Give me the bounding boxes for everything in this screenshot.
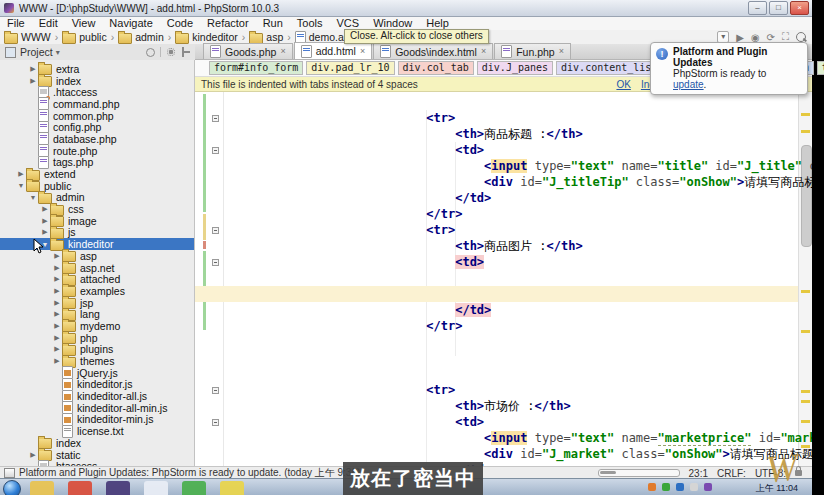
line-ending[interactable]: CRLF: [717, 468, 746, 479]
navigate-source-icon[interactable] [146, 48, 155, 57]
help-icon[interactable] [220, 481, 244, 495]
chevron-collapsed-icon[interactable]: ▶ [28, 65, 38, 73]
close-button[interactable]: × [790, 1, 809, 15]
chevron-collapsed-icon[interactable]: ▶ [16, 170, 26, 178]
tray-icon[interactable] [676, 483, 684, 491]
chevron-collapsed-icon[interactable]: ▶ [52, 310, 62, 318]
tree-item-extend[interactable]: ▶extend [0, 168, 194, 180]
app-green-icon[interactable] [182, 481, 206, 495]
tree-item-jsp[interactable]: ▶jsp [0, 297, 194, 309]
editor-doc-icon[interactable] [144, 481, 168, 495]
tag-crumb-tbody[interactable]: tbody [817, 61, 824, 75]
chevron-collapsed-icon[interactable]: ▶ [40, 205, 50, 213]
menu-refactor[interactable]: Refactor [200, 17, 256, 30]
chevron-collapsed-icon[interactable]: ▶ [52, 299, 62, 307]
tree-item-php[interactable]: ▶php [0, 332, 194, 344]
warning-stripe-mark[interactable] [801, 330, 810, 333]
tree-item-admin[interactable]: ▼admin [0, 192, 194, 204]
fold-marker-icon[interactable] [212, 227, 219, 234]
close-tab-icon[interactable]: × [280, 47, 285, 56]
tree-item-static[interactable]: ▶static [0, 449, 194, 461]
chevron-expanded-icon[interactable]: ▼ [28, 194, 38, 201]
close-tab-icon[interactable]: × [559, 47, 564, 56]
tree-item-jQuery.js[interactable]: jQuery.js [0, 367, 194, 379]
fold-marker-icon[interactable] [212, 419, 219, 426]
tree-item-asp.net[interactable]: ▶asp.net [0, 262, 194, 274]
tag-crumb-div.col_tab[interactable]: div.col_tab [398, 61, 474, 75]
tab-add.html[interactable]: add.html× [294, 42, 373, 59]
tree-item-index[interactable]: ▶index [0, 75, 194, 87]
tree-item-tags.php[interactable]: tags.php [0, 157, 194, 169]
close-tab-icon[interactable]: × [481, 47, 486, 56]
start-button[interactable] [3, 480, 21, 495]
tree-item-attached[interactable]: ▶attached [0, 273, 194, 285]
chevron-collapsed-icon[interactable]: ▶ [52, 275, 62, 283]
menu-tools[interactable]: Tools [290, 17, 330, 30]
minimize-button[interactable]: – [748, 1, 767, 15]
tree-item-extra[interactable]: ▶extra [0, 63, 194, 75]
code-area[interactable]: <tr> <th>商品标题 :</th> <td> <input type="t… [224, 94, 798, 466]
chevron-collapsed-icon[interactable]: ▶ [52, 287, 62, 295]
tray-icon[interactable] [662, 483, 670, 491]
chevron-collapsed-icon[interactable]: ▶ [52, 252, 62, 260]
tray-icon[interactable] [648, 483, 656, 491]
tree-item-js[interactable]: ▶js [0, 227, 194, 239]
menu-view[interactable]: View [65, 17, 103, 30]
maximize-button[interactable]: □ [769, 1, 788, 15]
tree-item-themes[interactable]: ▶themes [0, 355, 194, 367]
menu-edit[interactable]: Edit [32, 17, 65, 30]
warning-stripe-mark[interactable] [801, 113, 810, 116]
tree-item-lang[interactable]: ▶lang [0, 308, 194, 320]
chevron-collapsed-icon[interactable]: ▶ [40, 228, 50, 236]
tree-item-database.php[interactable]: database.php [0, 133, 194, 145]
editor[interactable]: <tr> <th>商品标题 :</th> <td> <input type="t… [195, 92, 812, 466]
project-dropdown-icon[interactable]: ▾ [56, 48, 60, 57]
menu-file[interactable]: File [0, 17, 32, 30]
restart-icon[interactable]: ⟳ [767, 32, 775, 43]
tree-item-kindeditor-all-min.js[interactable]: kindeditor-all-min.js [0, 402, 194, 414]
chevron-collapsed-icon[interactable]: ▶ [52, 345, 62, 353]
tree-item-kindeditor.js[interactable]: kindeditor.js [0, 379, 194, 391]
warning-stripe-mark[interactable] [801, 130, 810, 133]
tab-Fun.php[interactable]: Fun.php× [494, 43, 571, 59]
event-log-icon[interactable] [4, 468, 15, 478]
tray-icon[interactable] [704, 483, 712, 491]
update-link[interactable]: update [673, 79, 704, 90]
explorer-folder-icon[interactable] [30, 481, 54, 495]
menu-run[interactable]: Run [256, 17, 290, 30]
tree-item-route.php[interactable]: route.php [0, 145, 194, 157]
project-panel-header[interactable]: Project ▾ [0, 44, 195, 61]
coverage-icon[interactable]: ◉ [751, 32, 760, 43]
fold-marker-icon[interactable] [212, 147, 219, 154]
warning-stripe-mark[interactable] [801, 420, 810, 423]
tree-item-index[interactable]: index [0, 437, 194, 449]
menu-navigate[interactable]: Navigate [102, 17, 159, 30]
hide-panel-icon[interactable] [181, 47, 191, 57]
breadcrumb-admin[interactable]: admin› [118, 31, 171, 44]
update-notification[interactable]: ! Platform and Plugin Updates PhpStorm i… [650, 42, 808, 95]
caret-position[interactable]: 23:1 [689, 468, 708, 479]
chevron-collapsed-icon[interactable]: ▶ [52, 334, 62, 342]
tree-item-kindeditor[interactable]: ▼kindeditor [0, 238, 194, 250]
tree-item-command.php[interactable]: command.php [0, 98, 194, 110]
chevron-collapsed-icon[interactable]: ▶ [52, 322, 62, 330]
warning-stripe-mark[interactable] [801, 390, 810, 393]
editor-scrollbar[interactable] [798, 92, 812, 466]
chevron-collapsed-icon[interactable]: ▶ [40, 217, 50, 225]
close-tab-icon[interactable]: × [360, 47, 365, 56]
tree-item-plugins[interactable]: ▶plugins [0, 344, 194, 356]
chevron-expanded-icon[interactable]: ▼ [16, 182, 26, 189]
tree-item-config.php[interactable]: config.php [0, 121, 194, 133]
tree-item-common.php[interactable]: common.php [0, 110, 194, 122]
breadcrumb-public[interactable]: public› [62, 31, 114, 44]
chevron-collapsed-icon[interactable]: ▶ [52, 357, 62, 365]
tree-item-css[interactable]: ▶css [0, 203, 194, 215]
fold-marker-icon[interactable] [212, 259, 219, 266]
chevron-collapsed-icon[interactable]: ▶ [28, 451, 38, 459]
fold-marker-icon[interactable] [212, 115, 219, 122]
tab-Goods.php[interactable]: Goods.php× [203, 43, 293, 59]
menu-code[interactable]: Code [160, 17, 200, 30]
tree-item-image[interactable]: ▶image [0, 215, 194, 227]
tree-item-mydemo[interactable]: ▶mydemo [0, 320, 194, 332]
banner-link-ok[interactable]: OK [616, 79, 630, 90]
